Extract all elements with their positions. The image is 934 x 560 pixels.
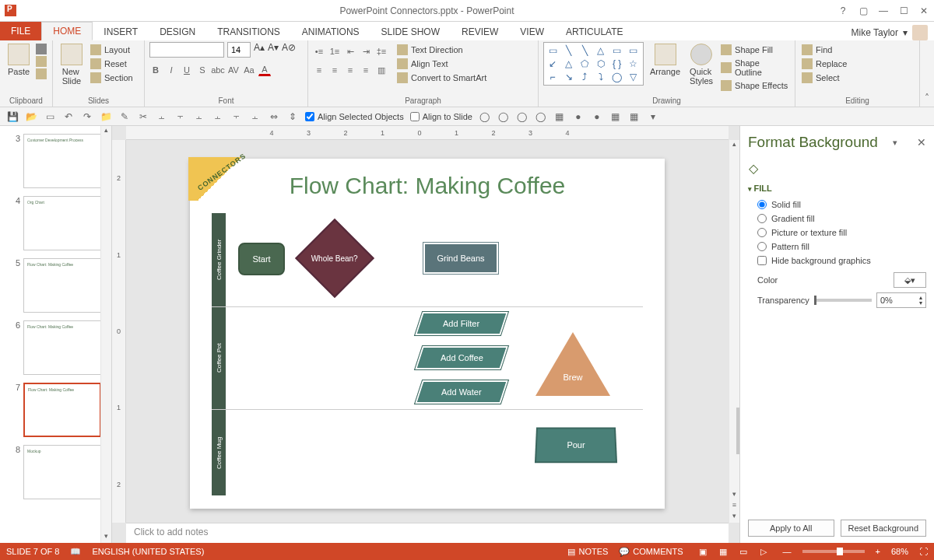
change-case-icon[interactable]: Aa bbox=[243, 64, 255, 76]
slide-canvas[interactable]: CONNECTORS Flow Chart: Making Coffee Cof… bbox=[190, 159, 665, 509]
shape-coffee[interactable]: Add Coffee bbox=[415, 346, 508, 369]
section-button[interactable]: Section bbox=[89, 72, 135, 84]
slide-thumb-3[interactable]: Customer Development Process bbox=[23, 134, 101, 188]
fill-section-head[interactable]: FILL bbox=[748, 184, 926, 193]
apply-all-button[interactable]: Apply to All bbox=[748, 520, 834, 537]
user-name[interactable]: Mike Taylor bbox=[851, 27, 898, 38]
tab-view[interactable]: VIEW bbox=[509, 23, 555, 40]
clear-format-icon[interactable]: A⊘ bbox=[282, 42, 296, 58]
qat-align-left-icon[interactable]: ⫠ bbox=[156, 110, 168, 123]
qat-align-bottom-icon[interactable]: ⫠ bbox=[249, 110, 262, 123]
convert-smartart-button[interactable]: Convert to SmartArt bbox=[395, 72, 488, 84]
shape-pour[interactable]: Pour bbox=[535, 428, 617, 464]
bold-icon[interactable]: B bbox=[149, 64, 162, 76]
notes-button[interactable]: ▤NOTES bbox=[567, 547, 608, 557]
paste-button[interactable]: Paste bbox=[5, 42, 33, 78]
qat-circ2-icon[interactable]: ● bbox=[591, 110, 603, 123]
zoom-slider[interactable] bbox=[802, 550, 865, 553]
qat-misc3-icon[interactable]: ▦ bbox=[609, 110, 622, 123]
bullets-icon[interactable]: •≡ bbox=[313, 45, 325, 58]
decrease-indent-icon[interactable]: ⇤ bbox=[344, 45, 356, 58]
font-size-input[interactable] bbox=[227, 42, 251, 58]
text-direction-button[interactable]: Text Direction bbox=[395, 44, 488, 56]
pane-menu-icon[interactable]: ▾ bbox=[893, 138, 902, 148]
qat-align-right-icon[interactable]: ⫠ bbox=[193, 110, 205, 123]
zoom-in-icon[interactable]: + bbox=[876, 547, 880, 556]
close-pane-icon[interactable]: ✕ bbox=[917, 136, 926, 149]
font-color-icon[interactable]: A bbox=[258, 64, 271, 76]
picture-fill-radio[interactable]: Picture or texture fill bbox=[748, 226, 926, 240]
tab-slideshow[interactable]: SLIDE SHOW bbox=[370, 23, 451, 40]
shape-outline-button[interactable]: Shape Outline bbox=[719, 58, 790, 78]
slide-thumb-4[interactable]: Org Chart bbox=[23, 196, 101, 250]
slide-thumb-5[interactable]: Flow Chart: Making Coffee bbox=[23, 258, 101, 313]
notes-pane[interactable]: Click to add notes bbox=[126, 523, 729, 543]
line-spacing-icon[interactable]: ‡≡ bbox=[375, 45, 388, 58]
columns-icon[interactable]: ▥ bbox=[375, 64, 388, 76]
qat-shape3-icon[interactable]: ◯ bbox=[516, 110, 528, 123]
reading-view-icon[interactable]: ▭ bbox=[735, 547, 752, 557]
tab-articulate[interactable]: ARTICULATE bbox=[555, 23, 634, 40]
qat-align-center-icon[interactable]: ⫟ bbox=[174, 110, 187, 123]
chevron-down-icon[interactable]: ▾ bbox=[903, 27, 908, 38]
slide-thumb-8[interactable]: Mockup bbox=[23, 445, 101, 499]
editor-scrollbar[interactable]: ▴▾≡▾ bbox=[729, 140, 739, 523]
qat-undo-icon[interactable]: ↶ bbox=[62, 110, 75, 123]
layout-button[interactable]: Layout bbox=[89, 44, 135, 56]
qat-shape1-icon[interactable]: ◯ bbox=[479, 110, 491, 123]
qat-misc1-icon[interactable]: ✎ bbox=[118, 110, 131, 123]
quick-styles-button[interactable]: Quick Styles bbox=[686, 42, 716, 87]
slide-title[interactable]: Flow Chart: Making Coffee bbox=[190, 159, 665, 199]
align-left-icon[interactable]: ≡ bbox=[313, 64, 325, 76]
spell-icon[interactable]: 📖 bbox=[70, 547, 81, 557]
reset-bg-button[interactable]: Reset Background bbox=[841, 520, 927, 537]
ribbon-display-icon[interactable]: ▢ bbox=[853, 3, 873, 19]
close-icon[interactable]: ✕ bbox=[914, 3, 934, 19]
font-family-input[interactable] bbox=[149, 42, 224, 58]
shape-effects-button[interactable]: Shape Effects bbox=[719, 79, 790, 92]
justify-icon[interactable]: ≡ bbox=[360, 64, 372, 76]
underline-icon[interactable]: U bbox=[181, 64, 193, 76]
shape-fill-button[interactable]: Shape Fill bbox=[719, 44, 790, 56]
qat-shape4-icon[interactable]: ◯ bbox=[535, 110, 547, 123]
collapse-ribbon-icon[interactable]: ˄ bbox=[920, 40, 934, 107]
qat-shape2-icon[interactable]: ◯ bbox=[497, 110, 510, 123]
shape-grind[interactable]: Grind Beans bbox=[423, 243, 498, 274]
fill-category-icon[interactable] bbox=[748, 160, 765, 177]
qat-dist-h-icon[interactable]: ⇔ bbox=[268, 110, 280, 123]
shadow-icon[interactable]: S bbox=[196, 64, 209, 76]
replace-button[interactable]: Replace bbox=[800, 58, 848, 70]
qat-align-middle-icon[interactable]: ⫟ bbox=[230, 110, 243, 123]
increase-indent-icon[interactable]: ⇥ bbox=[360, 45, 372, 58]
char-spacing-icon[interactable]: AV bbox=[227, 64, 240, 76]
align-slide-checkbox[interactable]: Align to Slide bbox=[410, 112, 472, 121]
cut-icon[interactable] bbox=[36, 44, 47, 54]
qat-open-icon[interactable]: 📂 bbox=[25, 110, 37, 123]
shape-water[interactable]: Add Water bbox=[415, 380, 508, 404]
slide-panel-scrollbar[interactable]: ▴▾ bbox=[100, 126, 111, 543]
format-painter-icon[interactable] bbox=[36, 68, 47, 79]
align-right-icon[interactable]: ≡ bbox=[344, 64, 356, 76]
numbering-icon[interactable]: 1≡ bbox=[328, 45, 341, 58]
avatar[interactable] bbox=[912, 25, 928, 40]
help-icon[interactable]: ? bbox=[833, 3, 853, 19]
tab-home[interactable]: HOME bbox=[41, 22, 93, 40]
language-status[interactable]: ENGLISH (UNITED STATES) bbox=[92, 547, 204, 556]
decrease-font-icon[interactable]: A▾ bbox=[268, 42, 279, 58]
shape-filter[interactable]: Add Filter bbox=[415, 312, 508, 335]
transparency-spinner[interactable]: 0%▴▾ bbox=[876, 292, 926, 308]
qat-align-top-icon[interactable]: ⫠ bbox=[212, 110, 224, 123]
align-center-icon[interactable]: ≡ bbox=[328, 64, 341, 76]
comments-button[interactable]: 💬COMMENTS bbox=[619, 547, 683, 557]
increase-font-icon[interactable]: A▴ bbox=[254, 42, 265, 58]
shape-start[interactable]: Start bbox=[238, 243, 285, 275]
normal-view-icon[interactable]: ▣ bbox=[694, 547, 711, 557]
maximize-icon[interactable]: ☐ bbox=[894, 3, 914, 19]
sorter-view-icon[interactable]: ▦ bbox=[715, 547, 732, 557]
fit-window-icon[interactable]: ⛶ bbox=[919, 547, 928, 556]
zoom-out-icon[interactable]: — bbox=[783, 547, 792, 556]
tab-design[interactable]: DESIGN bbox=[149, 23, 206, 40]
new-slide-button[interactable]: New Slide bbox=[58, 42, 86, 87]
tab-transitions[interactable]: TRANSITIONS bbox=[206, 23, 291, 40]
minimize-icon[interactable]: — bbox=[873, 3, 894, 19]
